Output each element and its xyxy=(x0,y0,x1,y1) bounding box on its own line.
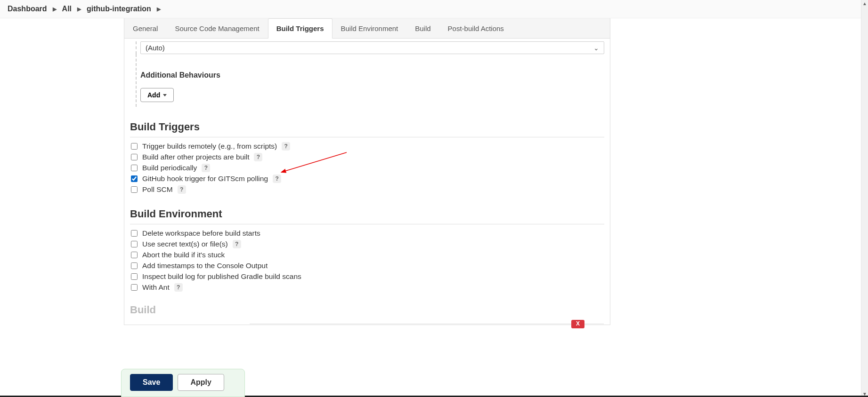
close-button[interactable]: X xyxy=(571,320,584,328)
help-icon[interactable]: ? xyxy=(174,283,183,292)
env-checkbox[interactable] xyxy=(131,230,138,237)
divider xyxy=(250,324,604,324)
chevron-down-icon: ⌄ xyxy=(593,44,599,52)
add-behaviour-button[interactable]: Add xyxy=(140,88,174,102)
add-behaviour-label: Add xyxy=(147,91,160,99)
apply-button[interactable]: Apply xyxy=(178,374,224,391)
env-label: Use secret text(s) or file(s) xyxy=(142,240,228,248)
trigger-option[interactable]: GitHub hook trigger for GITScm polling? xyxy=(130,175,604,183)
chevron-right-icon: ▶ xyxy=(157,6,161,12)
trigger-option[interactable]: Build after other projects are built? xyxy=(130,153,604,161)
build-triggers-options: Trigger builds remotely (e.g., from scri… xyxy=(130,142,604,194)
save-button[interactable]: Save xyxy=(130,374,173,391)
env-checkbox[interactable] xyxy=(131,273,138,280)
env-option[interactable]: Delete workspace before build starts xyxy=(130,229,604,238)
env-label: With Ant xyxy=(142,283,170,292)
trigger-checkbox[interactable] xyxy=(131,154,138,160)
build-triggers-heading: Build Triggers xyxy=(130,121,604,133)
scrollbar[interactable]: ▲ ▼ xyxy=(861,0,868,397)
breadcrumb-all[interactable]: All xyxy=(62,5,72,13)
trigger-option[interactable]: Trigger builds remotely (e.g., from scri… xyxy=(130,142,604,151)
trigger-option[interactable]: Poll SCM? xyxy=(130,185,604,194)
build-environment-options: Delete workspace before build startsUse … xyxy=(130,229,604,292)
repository-browser-select[interactable]: (Auto) ⌄ xyxy=(140,41,604,54)
config-panel: General Source Code Management Build Tri… xyxy=(124,18,610,325)
env-option[interactable]: Use secret text(s) or file(s)? xyxy=(130,240,604,248)
tab-post-build[interactable]: Post-build Actions xyxy=(439,18,512,39)
env-option[interactable]: Inspect build log for published Gradle b… xyxy=(130,272,604,281)
trigger-checkbox[interactable] xyxy=(131,175,138,182)
repository-browser-value: (Auto) xyxy=(146,44,165,52)
chevron-right-icon: ▶ xyxy=(77,6,81,12)
tab-scm[interactable]: Source Code Management xyxy=(166,18,268,39)
chevron-right-icon: ▶ xyxy=(53,6,57,12)
build-environment-heading: Build Environment xyxy=(130,208,604,220)
env-label: Abort the build if it's stuck xyxy=(142,251,225,259)
trigger-label: Poll SCM xyxy=(142,185,173,194)
build-heading: Build xyxy=(130,304,604,316)
breadcrumb: Dashboard ▶ All ▶ github-integration ▶ xyxy=(0,0,868,18)
trigger-checkbox[interactable] xyxy=(131,186,138,193)
trigger-label: Build after other projects are built xyxy=(142,153,249,161)
tab-build-triggers[interactable]: Build Triggers xyxy=(268,18,333,39)
additional-behaviours-heading: Additional Behaviours xyxy=(140,71,604,79)
trigger-label: GitHub hook trigger for GITScm polling xyxy=(142,175,268,183)
env-option[interactable]: Abort the build if it's stuck xyxy=(130,251,604,259)
breadcrumb-dashboard[interactable]: Dashboard xyxy=(8,5,47,13)
help-icon[interactable]: ? xyxy=(282,142,290,151)
config-tabs: General Source Code Management Build Tri… xyxy=(124,18,610,39)
env-label: Add timestamps to the Console Output xyxy=(142,262,268,270)
trigger-option[interactable]: Build periodically? xyxy=(130,164,604,172)
env-checkbox[interactable] xyxy=(131,262,138,269)
help-icon[interactable]: ? xyxy=(254,153,262,161)
scroll-up-icon[interactable]: ▲ xyxy=(861,0,868,7)
action-bar: Save Apply xyxy=(121,369,245,397)
env-checkbox[interactable] xyxy=(131,284,138,291)
trigger-checkbox[interactable] xyxy=(131,165,138,171)
help-icon[interactable]: ? xyxy=(178,185,186,194)
breadcrumb-job[interactable]: github-integration xyxy=(87,5,151,13)
trigger-checkbox[interactable] xyxy=(131,143,138,150)
env-option[interactable]: Add timestamps to the Console Output xyxy=(130,262,604,270)
help-icon[interactable]: ? xyxy=(273,175,281,183)
help-icon[interactable]: ? xyxy=(202,164,210,172)
env-checkbox[interactable] xyxy=(131,241,138,247)
tab-build-environment[interactable]: Build Environment xyxy=(333,18,407,39)
tab-build[interactable]: Build xyxy=(406,18,439,39)
caret-down-icon xyxy=(163,94,167,96)
trigger-label: Build periodically xyxy=(142,164,197,172)
env-option[interactable]: With Ant? xyxy=(130,283,604,292)
tab-general[interactable]: General xyxy=(124,18,166,39)
trigger-label: Trigger builds remotely (e.g., from scri… xyxy=(142,142,277,151)
env-checkbox[interactable] xyxy=(131,252,138,258)
env-label: Inspect build log for published Gradle b… xyxy=(142,272,301,281)
env-label: Delete workspace before build starts xyxy=(142,229,260,238)
help-icon[interactable]: ? xyxy=(233,240,241,248)
